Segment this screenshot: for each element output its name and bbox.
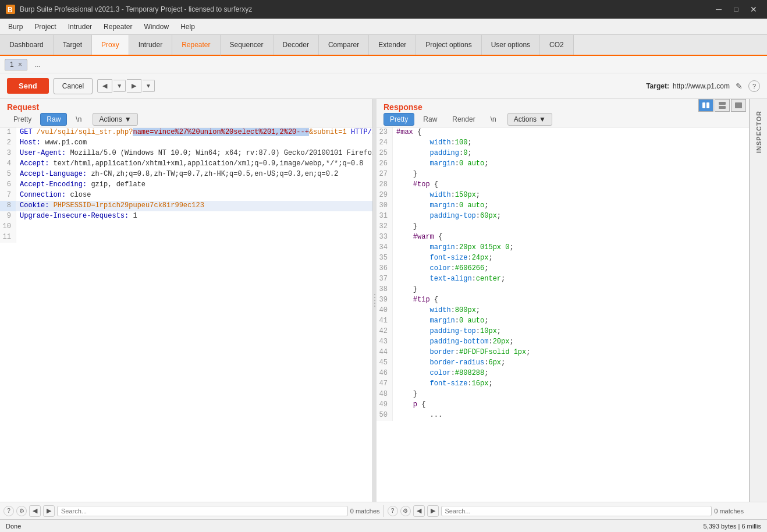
svg-rect-4 — [719, 102, 726, 105]
table-row: 26 margin:0 auto; — [377, 159, 749, 169]
response-panel: Response Pretty Raw Render \n Actions ▼ … — [377, 99, 750, 502]
table-row: 43 padding-bottom:20px; — [377, 337, 749, 347]
table-row: 50 ... — [377, 410, 749, 421]
status-right: 5,393 bytes | 6 millis — [704, 523, 761, 530]
tab-co2[interactable]: CO2 — [540, 35, 574, 55]
table-row: 35 font-size:24px; — [377, 253, 749, 264]
table-row: 49 p { — [377, 400, 749, 410]
menu-item-burp[interactable]: Burp — [2, 20, 29, 33]
left-search-input[interactable] — [57, 506, 348, 516]
response-panel-toolbar: Pretty Raw Render \n Actions ▼ — [384, 113, 742, 126]
resp-tab-raw[interactable]: Raw — [417, 113, 443, 126]
left-prev-search-button[interactable]: ◀ — [29, 505, 41, 517]
tab-dashboard[interactable]: Dashboard — [0, 35, 54, 55]
resp-tab-pretty[interactable]: Pretty — [384, 113, 414, 126]
tab-intruder[interactable]: Intruder — [129, 35, 172, 55]
table-row: 28 #top { — [377, 180, 749, 190]
view-maximize-button[interactable] — [731, 99, 746, 112]
view-split-v-button[interactable] — [715, 99, 730, 112]
response-panel-header: Response Pretty Raw Render \n Actions ▼ — [377, 99, 749, 127]
table-row: 31 padding-top:60px; — [377, 211, 749, 222]
request-tab-1[interactable]: 1 × — [5, 59, 27, 70]
menu-item-window[interactable]: Window — [138, 20, 175, 33]
help-button[interactable]: ? — [748, 80, 760, 92]
nav-arrows: ◀ ▼ ▶ ▼ — [97, 79, 155, 93]
tab-target[interactable]: Target — [54, 35, 92, 55]
inspector-panel: INSPECTOR — [750, 99, 767, 502]
left-next-search-button[interactable]: ▶ — [43, 505, 55, 517]
split-h-icon — [702, 101, 710, 109]
table-row: 34 margin:20px 015px 0; — [377, 243, 749, 253]
send-button[interactable]: Send — [7, 78, 49, 94]
status-bar: Done 5,393 bytes | 6 millis — [0, 519, 767, 532]
target-url: http://www.p1.com — [673, 82, 730, 90]
tab-user-options[interactable]: User options — [482, 35, 540, 55]
table-row: 3 User-Agent: Mozilla/5.0 (Windows NT 10… — [0, 148, 372, 159]
left-help-icon-button[interactable]: ? — [3, 506, 14, 516]
prev-dropdown[interactable]: ▼ — [113, 80, 126, 92]
svg-text:B: B — [8, 6, 13, 14]
maximize-button[interactable]: □ — [729, 3, 744, 15]
tab-proxy[interactable]: Proxy — [92, 35, 129, 55]
svg-rect-6 — [735, 102, 742, 108]
close-button[interactable]: ✕ — [746, 3, 761, 15]
cancel-button[interactable]: Cancel — [54, 78, 93, 94]
menu-item-intruder[interactable]: Intruder — [62, 20, 98, 33]
more-tabs[interactable]: ... — [30, 59, 45, 70]
menu-item-project[interactable]: Project — [29, 20, 62, 33]
toolbar: Send Cancel ◀ ▼ ▶ ▼ Target: http://www.p… — [0, 73, 767, 99]
maximize-icon — [734, 101, 743, 109]
split-v-icon — [718, 101, 726, 109]
table-row: 41 margin:0 auto; — [377, 316, 749, 327]
menu-item-repeater[interactable]: Repeater — [98, 20, 138, 33]
right-settings-icon-button[interactable]: ⚙ — [400, 506, 411, 516]
resp-tab-n[interactable]: \n — [484, 113, 503, 126]
request-panel-title: Request — [7, 102, 365, 112]
right-prev-search-button[interactable]: ◀ — [413, 505, 425, 517]
edit-target-button[interactable]: ✎ — [733, 80, 745, 92]
prev-button[interactable]: ◀ — [97, 79, 112, 93]
next-dropdown[interactable]: ▼ — [143, 80, 155, 92]
right-search-input[interactable] — [441, 506, 712, 516]
table-row: 36 color:#606266; — [377, 264, 749, 274]
next-button[interactable]: ▶ — [127, 79, 141, 93]
view-buttons — [698, 99, 746, 112]
table-row: 6 Accept-Encoding: gzip, deflate — [0, 180, 372, 190]
tab-comparer[interactable]: Comparer — [319, 35, 369, 55]
tab-extender[interactable]: Extender — [369, 35, 416, 55]
request-panel-toolbar: Pretty Raw \n Actions ▼ — [7, 113, 365, 126]
table-row: 42 padding-top:10px; — [377, 327, 749, 337]
right-match-count: 0 matches — [714, 508, 744, 515]
tab-repeater[interactable]: Repeater — [172, 35, 220, 56]
req-actions-dropdown[interactable]: Actions ▼ — [93, 113, 137, 126]
response-code-area[interactable]: 23 #max { 24 width:100; 25 padding:0; 26… — [377, 127, 749, 502]
request-panel: Request Pretty Raw \n Actions ▼ 1 GET /v… — [0, 99, 373, 502]
resp-actions-dropdown[interactable]: Actions ▼ — [507, 113, 552, 126]
table-row: 23 #max { — [377, 127, 749, 138]
view-split-h-button[interactable] — [698, 99, 713, 112]
tab-project-options[interactable]: Project options — [416, 35, 481, 55]
tab-decoder[interactable]: Decoder — [274, 35, 319, 55]
menu-item-help[interactable]: Help — [175, 20, 201, 33]
title-bar: B Burp Suite Professional v2021.3 - Temp… — [0, 0, 767, 19]
req-tab-n[interactable]: \n — [69, 113, 88, 126]
request-panel-header: Request Pretty Raw \n Actions ▼ — [0, 99, 372, 127]
table-row: 27 } — [377, 169, 749, 180]
table-row: 10 — [0, 222, 372, 232]
svg-rect-2 — [702, 102, 705, 108]
request-code-area[interactable]: 1 GET /vul/sqli/sqli_str.php?name=vince%… — [0, 127, 372, 502]
req-tab-raw[interactable]: Raw — [40, 113, 67, 126]
right-help-icon-button[interactable]: ? — [388, 506, 398, 516]
table-row: 38 } — [377, 285, 749, 295]
table-row: 45 border-radius:6px; — [377, 358, 749, 368]
req-tab-pretty[interactable]: Pretty — [7, 113, 38, 126]
left-match-count: 0 matches — [350, 508, 380, 515]
bottom-bar: ? ⚙ ◀ ▶ 0 matches ? ⚙ ◀ ▶ 0 matches — [0, 502, 767, 519]
left-settings-icon-button[interactable]: ⚙ — [16, 506, 27, 516]
window-controls: ─ □ ✕ — [711, 3, 761, 15]
table-row: 44 border:#DFDFDFsolid 1px; — [377, 347, 749, 358]
right-next-search-button[interactable]: ▶ — [427, 505, 439, 517]
minimize-button[interactable]: ─ — [711, 3, 726, 15]
resp-tab-render[interactable]: Render — [446, 113, 481, 126]
tab-sequencer[interactable]: Sequencer — [221, 35, 274, 55]
